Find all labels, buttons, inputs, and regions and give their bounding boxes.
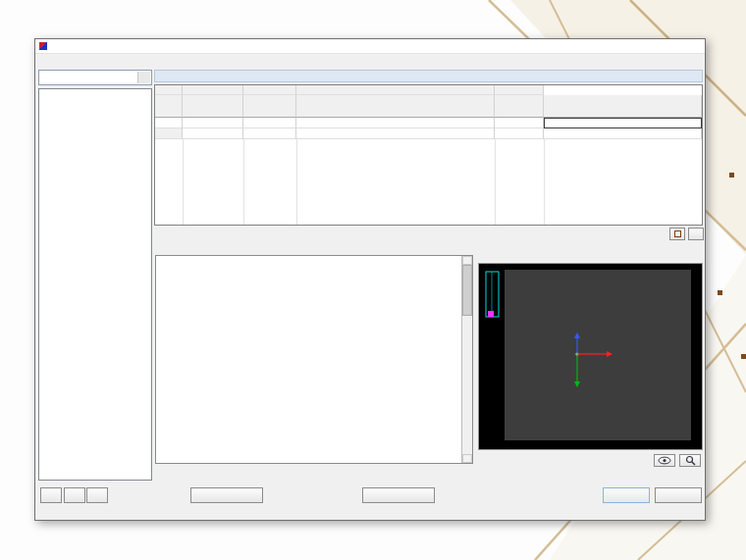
cancel-button[interactable] bbox=[655, 487, 702, 503]
node-no-header bbox=[155, 95, 183, 118]
scrollbar-thumb[interactable] bbox=[462, 265, 472, 316]
graphics-viewport[interactable] bbox=[478, 263, 703, 450]
column-letter-a[interactable] bbox=[183, 85, 243, 95]
intermediate-table-body bbox=[156, 256, 461, 463]
error-message-cell[interactable] bbox=[544, 118, 702, 128]
status-message-bar bbox=[36, 506, 505, 519]
column-letter-d[interactable] bbox=[495, 85, 544, 95]
graphics-button[interactable] bbox=[362, 487, 435, 503]
eye-icon bbox=[658, 456, 671, 465]
column-letter-e[interactable] bbox=[544, 85, 702, 95]
punching-node-marker bbox=[488, 311, 494, 317]
scrollbar[interactable] bbox=[461, 256, 472, 463]
design-criterion-cell[interactable] bbox=[495, 128, 544, 139]
column-letter-c[interactable] bbox=[296, 85, 495, 95]
export-to-rfem-button[interactable] bbox=[64, 487, 85, 503]
title-bar[interactable] bbox=[35, 39, 705, 54]
visibility-button[interactable] bbox=[654, 454, 675, 467]
scroll-down-icon[interactable] bbox=[462, 454, 472, 463]
node-cell[interactable] bbox=[155, 118, 183, 128]
table-row[interactable] bbox=[155, 128, 702, 139]
node-cell[interactable] bbox=[155, 128, 183, 139]
section-title bbox=[154, 70, 703, 82]
corner-cell bbox=[155, 85, 183, 95]
table-header-row bbox=[155, 95, 702, 118]
design-criterion-cell[interactable] bbox=[495, 118, 544, 128]
component-cell[interactable] bbox=[183, 128, 243, 139]
nav-tree bbox=[38, 88, 152, 481]
error-message-cell[interactable] bbox=[544, 128, 702, 139]
column-letter-b[interactable] bbox=[243, 85, 296, 95]
left-panel bbox=[38, 70, 152, 481]
viewport-toolbar bbox=[654, 454, 701, 467]
import-from-rfem-button[interactable] bbox=[86, 487, 108, 503]
color-scale-button[interactable] bbox=[669, 228, 685, 240]
calculation-button[interactable] bbox=[40, 487, 62, 503]
intermediate-results-table bbox=[155, 255, 473, 464]
app-icon bbox=[39, 42, 47, 50]
zoom-button[interactable] bbox=[679, 454, 701, 467]
table-toolbar bbox=[669, 228, 704, 240]
design-results-table bbox=[154, 84, 703, 226]
chevron-down-icon[interactable] bbox=[137, 72, 150, 83]
rf-punch-pro-dialog bbox=[34, 38, 706, 521]
loading-header bbox=[243, 95, 296, 118]
design-type-cell[interactable] bbox=[296, 118, 495, 128]
viewport-scene bbox=[479, 264, 702, 449]
design-type-header bbox=[296, 95, 495, 118]
loading-cell[interactable] bbox=[243, 128, 296, 139]
table-row[interactable] bbox=[155, 118, 702, 128]
component-cell[interactable] bbox=[183, 118, 243, 128]
menu-bar bbox=[35, 54, 705, 68]
design-type-cell[interactable] bbox=[296, 128, 495, 139]
scroll-up-icon[interactable] bbox=[462, 256, 472, 265]
table-view-button[interactable] bbox=[688, 228, 704, 240]
case-selector[interactable] bbox=[38, 70, 152, 85]
loading-cell[interactable] bbox=[243, 118, 296, 128]
column-letters-row bbox=[155, 85, 702, 95]
design-criterion-header bbox=[495, 95, 544, 118]
error-message-header bbox=[544, 95, 702, 118]
ok-button[interactable] bbox=[603, 487, 650, 503]
color-scale-icon bbox=[674, 230, 681, 237]
messages-button[interactable] bbox=[190, 487, 263, 503]
magnifier-icon bbox=[685, 455, 696, 466]
screen bbox=[0, 0, 746, 560]
component-header bbox=[183, 95, 243, 118]
